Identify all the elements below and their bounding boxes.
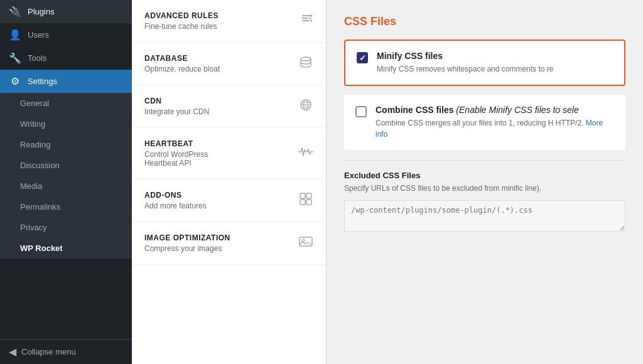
middle-panel-addons[interactable]: ADD-ONS Add more features	[132, 179, 326, 222]
sidebar-item-users[interactable]: 👤 Users	[0, 23, 132, 46]
middle-panel-database[interactable]: DATABASE Optimize, reduce bloat	[132, 43, 326, 85]
svg-rect-4	[310, 17, 311, 19]
excluded-css-desc: Specify URLs of CSS files to be excluded…	[344, 183, 625, 194]
sidebar-item-permalinks[interactable]: Permalinks	[0, 196, 132, 217]
minify-css-row: ✓ Minify CSS files Minify CSS removes wh…	[357, 51, 613, 75]
sidebar-item-label: Users	[28, 30, 49, 40]
combine-css-card: Combine CSS files (Enable Minify CSS fil…	[344, 95, 625, 150]
database-title: DATABASE	[144, 54, 220, 63]
sidebar-item-privacy[interactable]: Privacy	[0, 217, 132, 238]
cdn-desc: Integrate your CDN	[144, 107, 209, 116]
writing-label: Writing	[20, 119, 45, 129]
svg-rect-3	[311, 14, 312, 17]
svg-rect-12	[300, 193, 305, 198]
svg-point-6	[301, 57, 311, 61]
combine-css-desc: Combine CSS merges all your files into 1…	[376, 117, 614, 140]
css-files-title: CSS Files	[344, 15, 625, 28]
sidebar-item-media[interactable]: Media	[0, 176, 132, 196]
sidebar-item-label: Tools	[28, 53, 46, 63]
sidebar-item-wp-rocket[interactable]: WP Rocket	[0, 238, 132, 259]
image-optimization-desc: Compress your images	[144, 244, 230, 253]
database-desc: Optimize, reduce bloat	[144, 65, 220, 73]
addons-title: ADD-ONS	[144, 191, 207, 200]
privacy-label: Privacy	[20, 223, 47, 232]
sidebar-item-reading[interactable]: Reading	[0, 134, 132, 155]
general-label: General	[20, 99, 49, 108]
settings-icon: ⚙	[9, 75, 21, 87]
wp-rocket-label: WP Rocket	[20, 244, 63, 253]
heartbeat-icon	[298, 146, 313, 161]
excluded-css-section: Excluded CSS Files Specify URLs of CSS f…	[344, 171, 625, 234]
minify-css-card: ✓ Minify CSS files Minify CSS removes wh…	[344, 40, 625, 86]
sidebar-item-general[interactable]: General	[0, 93, 132, 114]
middle-panel-cdn[interactable]: CDN Integrate your CDN	[132, 85, 326, 128]
heartbeat-desc: Control WordPressHeartbeat API	[144, 150, 208, 168]
heartbeat-title: HEARTBEAT	[144, 139, 208, 148]
sidebar-item-label: Settings	[28, 77, 57, 86]
collapse-icon: ◀	[9, 346, 16, 358]
image-optimization-icon	[298, 235, 313, 252]
permalinks-label: Permalinks	[20, 202, 60, 211]
sidebar-item-plugins[interactable]: 🔌 Plugins	[0, 0, 132, 23]
sidebar-item-writing[interactable]: Writing	[0, 114, 132, 134]
combine-css-checkbox[interactable]	[355, 106, 367, 117]
sidebar: 🔌 Plugins 👤 Users 🔧 Tools ⚙ Settings Gen…	[0, 0, 132, 364]
svg-rect-5	[311, 19, 312, 22]
middle-panel-heartbeat[interactable]: HEARTBEAT Control WordPressHeartbeat API	[132, 128, 326, 179]
advanced-rules-desc: Fine-tune cache rules	[144, 22, 219, 31]
excluded-css-title: Excluded CSS Files	[344, 171, 625, 180]
svg-rect-13	[306, 193, 311, 198]
middle-panel-image-optimization[interactable]: IMAGE OPTIMIZATION Compress your images	[132, 222, 326, 265]
minify-css-label: Minify CSS files	[377, 51, 553, 61]
combine-css-label: Combine CSS files (Enable Minify CSS fil…	[376, 105, 614, 115]
excluded-css-textarea[interactable]	[344, 200, 625, 232]
addons-desc: Add more features	[144, 201, 207, 210]
addons-icon	[298, 191, 313, 210]
svg-rect-15	[306, 200, 311, 205]
middle-panel-advanced-rules[interactable]: ADVANCED RULES Fine-tune cache rules	[132, 0, 326, 43]
svg-rect-0	[302, 15, 311, 16]
plugins-icon: 🔌	[9, 6, 21, 18]
media-label: Media	[20, 181, 42, 191]
cdn-icon	[298, 97, 313, 115]
users-icon: 👤	[9, 29, 21, 41]
database-icon	[298, 55, 313, 73]
combine-css-row: Combine CSS files (Enable Minify CSS fil…	[355, 105, 614, 140]
sidebar-item-settings[interactable]: ⚙ Settings	[0, 70, 132, 93]
image-optimization-title: IMAGE OPTIMIZATION	[144, 233, 230, 242]
collapse-menu-button[interactable]: ◀ Collapse menu	[0, 339, 132, 364]
collapse-label: Collapse menu	[21, 347, 76, 356]
middle-panel: ADVANCED RULES Fine-tune cache rules DAT…	[132, 0, 327, 364]
advanced-rules-icon	[300, 13, 313, 29]
discussion-label: Discussion	[20, 161, 60, 170]
sidebar-item-label: Plugins	[28, 7, 55, 16]
combine-css-italic: (Enable Minify CSS files to sele	[456, 105, 578, 115]
svg-rect-2	[302, 20, 310, 21]
svg-rect-16	[300, 237, 312, 246]
settings-submenu: General Writing Reading Discussion Media…	[0, 93, 132, 259]
tools-icon: 🔧	[9, 52, 21, 64]
section-divider	[344, 160, 625, 161]
sidebar-item-discussion[interactable]: Discussion	[0, 155, 132, 176]
minify-css-desc: Minify CSS removes whitespace and commen…	[377, 63, 553, 75]
advanced-rules-title: ADVANCED RULES	[144, 11, 219, 20]
cdn-title: CDN	[144, 97, 209, 105]
svg-point-17	[302, 239, 305, 242]
svg-rect-1	[302, 18, 308, 19]
minify-css-checkbox[interactable]: ✓	[357, 52, 368, 63]
svg-rect-14	[300, 200, 305, 205]
reading-label: Reading	[20, 140, 50, 149]
main-content: CSS Files ✓ Minify CSS files Minify CSS …	[327, 0, 643, 364]
sidebar-item-tools[interactable]: 🔧 Tools	[0, 46, 132, 70]
